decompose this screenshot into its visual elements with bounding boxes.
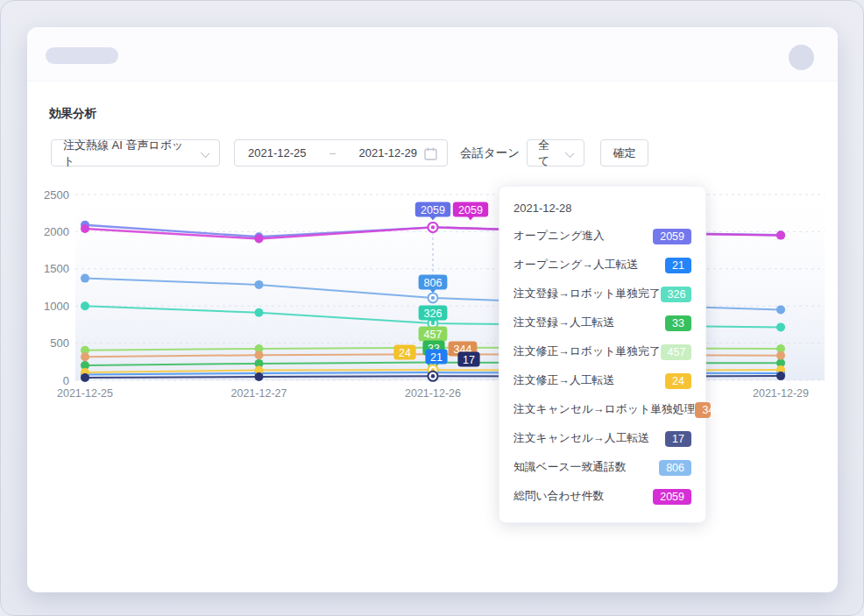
tooltip-value-badge: 33	[665, 315, 691, 331]
tooltip-row: 注文登録→人工転送33	[513, 308, 691, 337]
line-chart: 050010001500200025002021-12-252021-12-27…	[27, 176, 838, 430]
tooltip-row: 注文修正→ロボット単独完了457	[513, 337, 691, 366]
tooltip-value-badge: 2059	[653, 229, 691, 244]
x-tick-label: 2021-12-26	[405, 387, 461, 400]
value-badge-text: 2059	[458, 204, 483, 216]
chevron-down-icon	[566, 150, 573, 157]
filter-toolbar: 注文熱線 AI 音声ロボット 2021-12-25 – 2021-12-29 会…	[51, 139, 822, 166]
data-point[interactable]	[255, 308, 264, 317]
data-point[interactable]	[255, 372, 264, 381]
tooltip-label: 注文修正→人工転送	[513, 373, 614, 388]
app-header	[27, 27, 838, 81]
tooltip-value-badge: 21	[665, 258, 691, 273]
tooltip-value-badge: 806	[659, 460, 691, 476]
chart-tooltip: 2021-12-28 オープニング進入2059オープニング→人工転送21注文登録…	[499, 186, 706, 523]
data-point[interactable]	[81, 301, 89, 310]
page-title: 効果分析	[49, 106, 96, 122]
value-badge-text: 21	[430, 351, 443, 364]
x-tick-label: 2021-12-27	[231, 387, 287, 400]
data-point[interactable]	[81, 274, 89, 283]
data-point[interactable]	[255, 350, 264, 359]
value-badge-text: 2059	[421, 204, 445, 216]
hover-point-core	[431, 225, 435, 229]
y-tick-label: 1500	[44, 262, 69, 275]
tooltip-row: オープニング→人工転送21	[513, 251, 691, 280]
value-badge-text: 17	[463, 354, 475, 366]
value-badge-text: 806	[424, 277, 443, 289]
date-start: 2021-12-25	[248, 146, 307, 159]
calendar-icon	[424, 147, 437, 163]
value-badge-text: 457	[424, 329, 443, 341]
bot-select-value: 注文熱線 AI 音声ロボット	[63, 138, 193, 169]
tooltip-label: 注文キャンセル→人工転送	[513, 431, 649, 446]
tooltip-row: 総問い合わせ件数2059	[513, 482, 691, 511]
tooltip-value-badge: 344	[695, 402, 711, 418]
hover-point-core	[431, 374, 435, 378]
tooltip-label: 注文キャンセル→ロボット単独処理	[513, 402, 695, 417]
y-tick-label: 2000	[44, 225, 69, 238]
data-point[interactable]	[81, 373, 89, 382]
tooltip-label: オープニング→人工転送	[513, 258, 638, 273]
bot-select[interactable]: 注文熱線 AI 音声ロボット	[51, 139, 220, 166]
date-range-input[interactable]: 2021-12-25 – 2021-12-29	[234, 139, 448, 166]
y-tick-label: 500	[50, 336, 69, 350]
tooltip-value-badge: 326	[661, 287, 691, 302]
tooltip-label: 総問い合わせ件数	[513, 489, 604, 504]
confirm-button[interactable]: 確定	[600, 139, 648, 166]
tooltip-value-badge: 17	[665, 431, 691, 447]
content-card: 効果分析 注文熱線 AI 音声ロボット 2021-12-25 – 2021-12…	[27, 27, 838, 592]
tooltip-label: 注文登録→人工転送	[513, 315, 614, 330]
tooltip-row: 注文修正→人工転送24	[513, 366, 691, 395]
tooltip-row: 注文キャンセル→ロボット単独処理344	[513, 395, 691, 424]
tooltip-label: 注文修正→ロボット単独完了	[513, 344, 661, 359]
turn-label: 会話ターン	[460, 139, 520, 166]
hover-point-core	[431, 296, 435, 300]
tooltip-value-badge: 24	[665, 373, 691, 389]
y-tick-label: 0	[63, 374, 69, 387]
window-frame: 効果分析 注文熱線 AI 音声ロボット 2021-12-25 – 2021-12…	[0, 0, 864, 616]
date-end: 2021-12-29	[358, 146, 417, 159]
tooltip-value-badge: 2059	[653, 489, 691, 505]
date-separator: –	[324, 146, 341, 159]
data-point[interactable]	[776, 305, 785, 314]
tooltip-label: オープニング進入	[513, 229, 605, 244]
data-point[interactable]	[81, 352, 89, 361]
data-point[interactable]	[776, 231, 785, 240]
avatar[interactable]	[789, 45, 814, 70]
data-point[interactable]	[776, 372, 785, 380]
y-tick-label: 2500	[44, 188, 69, 202]
tooltip-label: 知識ベース一致通話数	[513, 460, 627, 475]
data-point[interactable]	[776, 322, 785, 331]
x-tick-label: 2021-12-25	[57, 387, 113, 400]
value-badge-text: 326	[424, 308, 443, 320]
chevron-down-icon	[202, 150, 209, 157]
tooltip-row: 注文登録→ロボット単独完了326	[513, 280, 691, 308]
data-point[interactable]	[81, 224, 89, 233]
data-point[interactable]	[255, 235, 264, 244]
tooltip-date: 2021-12-28	[513, 200, 691, 222]
tooltip-row: オープニング進入2059	[513, 222, 691, 251]
data-point[interactable]	[776, 351, 785, 360]
confirm-button-label: 確定	[613, 145, 636, 161]
y-tick-label: 1000	[44, 300, 69, 313]
x-tick-label: 2021-12-29	[753, 387, 809, 400]
turn-select[interactable]: 全て	[527, 139, 584, 166]
tooltip-row: 注文キャンセル→人工転送17	[513, 424, 691, 453]
tooltip-value-badge: 457	[661, 344, 691, 360]
value-badge-text: 24	[399, 347, 411, 359]
data-point[interactable]	[255, 280, 264, 289]
logo-placeholder	[46, 47, 118, 64]
tooltip-label: 注文登録→ロボット単独完了	[513, 287, 661, 301]
turn-select-value: 全て	[538, 138, 561, 169]
tooltip-row: 知識ベース一致通話数806	[513, 453, 691, 482]
